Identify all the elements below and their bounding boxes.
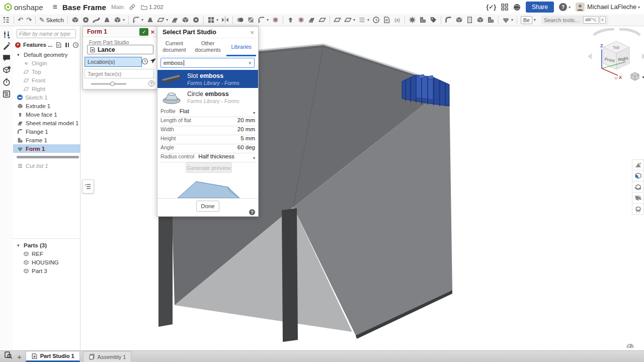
feature-origin[interactable]: Origin <box>13 59 80 67</box>
user-menu[interactable]: Michael LaFleche ▾ <box>576 3 640 12</box>
pattern-curve-button[interactable]: ▾ <box>357 15 371 25</box>
sketch-button[interactable]: ✎Sketch <box>38 15 65 25</box>
feature-right[interactable]: Right <box>13 84 80 93</box>
rib-button[interactable] <box>170 15 180 25</box>
feature-sheet-metal-model-1[interactable]: Sheet metal model 1 <box>13 119 80 127</box>
extrude-button[interactable] <box>70 15 80 25</box>
onshape-logo-icon[interactable]: onshape <box>4 3 43 12</box>
rotate-down-arrow[interactable] <box>614 77 619 80</box>
thicken-button[interactable]: ▾ <box>112 15 126 25</box>
feature-extrude-1[interactable]: Extrude 1 <box>13 102 80 110</box>
section-view-icon[interactable] <box>632 193 644 204</box>
tag-button[interactable] <box>428 15 439 25</box>
draft-button[interactable]: ▾ <box>155 15 170 25</box>
help-icon[interactable]: ? <box>148 80 154 86</box>
fill-surface-button[interactable]: ▾ <box>343 15 357 25</box>
form-dialog-header[interactable]: Form 1 ✓ × <box>83 27 157 37</box>
community-icon[interactable] <box>513 4 521 11</box>
history-button[interactable] <box>371 15 381 25</box>
split-button[interactable] <box>246 15 256 25</box>
view-options-button[interactable] <box>631 72 644 80</box>
fillet-button[interactable]: ▾ <box>131 15 145 25</box>
sm-flange-button[interactable] <box>443 15 454 25</box>
cancel-button[interactable]: × <box>150 28 154 36</box>
mirror-button[interactable] <box>220 15 230 25</box>
undo-button[interactable]: ↶ <box>16 15 25 25</box>
suppress-icon[interactable] <box>65 43 69 47</box>
timer-icon[interactable] <box>72 42 79 48</box>
tables-panel-handle[interactable] <box>82 179 94 194</box>
tab-libraries[interactable]: Libraries <box>224 38 258 56</box>
loft-button[interactable] <box>102 15 112 25</box>
param-angle[interactable]: Angle60 deg <box>160 144 255 153</box>
tab-part-studio-1[interactable]: Part Studio 1 <box>26 351 80 362</box>
generate-preview-button[interactable]: Generate preview <box>186 162 232 173</box>
shell-button[interactable] <box>180 15 191 25</box>
revolve-button[interactable] <box>80 15 91 25</box>
insert-feature-icon[interactable] <box>55 42 62 48</box>
locations-field[interactable]: Location(s) <box>85 57 142 67</box>
custom-tables-icon[interactable] <box>2 89 11 99</box>
feature-default-geometry[interactable]: ▾Default geometry <box>13 50 80 59</box>
variable-studio-button[interactable] <box>392 15 403 25</box>
appearance-icon[interactable] <box>632 159 644 170</box>
mate-connector-icon[interactable] <box>141 58 148 66</box>
face-blend-button[interactable]: ▾ <box>256 15 270 25</box>
rotate-view-icon[interactable] <box>632 182 644 193</box>
tab-current[interactable]: Currentdocument <box>157 38 191 56</box>
close-icon[interactable]: × <box>250 29 254 36</box>
part-ref[interactable]: REF <box>13 249 80 258</box>
feature-top[interactable]: Top <box>13 67 80 76</box>
help-menu[interactable]: ? ▾ <box>559 3 571 11</box>
feature-list-toggle-button[interactable] <box>1 15 12 25</box>
features-menu-icon[interactable]: ▾ <box>15 42 21 48</box>
share-button[interactable]: Share <box>526 2 554 13</box>
document-menu-icon[interactable]: ≡ <box>53 3 57 12</box>
target-faces-field[interactable]: Target face(s) <box>85 69 154 78</box>
note-button[interactable] <box>381 15 392 25</box>
parts-header[interactable]: ▾ Parts (3) <box>13 241 80 249</box>
add-tab-button[interactable]: + <box>17 352 22 361</box>
clear-search-icon[interactable]: × <box>249 60 252 66</box>
feature-frame-1[interactable]: Frame 1 <box>13 136 80 144</box>
performance-panel-icon[interactable] <box>2 77 11 86</box>
filter-input[interactable] <box>17 29 76 38</box>
feature-rollback-bar[interactable] <box>17 156 79 158</box>
done-button[interactable]: Done <box>196 201 219 212</box>
derived-button[interactable] <box>407 15 418 25</box>
configurations-icon[interactable] <box>2 30 11 39</box>
param-width[interactable]: Width20 mm <box>160 126 255 135</box>
chamfer-button[interactable] <box>145 15 155 25</box>
form-slider[interactable] <box>91 81 126 86</box>
enclose-button[interactable] <box>332 15 343 25</box>
feature-flange-1[interactable]: Flange 1 <box>13 127 80 136</box>
chevron-down-icon[interactable]: ▾ <box>253 156 255 160</box>
selection-arrow-icon[interactable] <box>150 57 157 66</box>
param-profile[interactable]: ProfileFlat▾ <box>160 108 255 117</box>
hole-button[interactable] <box>191 15 201 25</box>
part-part-3[interactable]: Part 3 <box>13 266 80 275</box>
rotate-ccw-arrow[interactable] <box>594 29 614 35</box>
slider-thumb[interactable] <box>110 81 115 86</box>
feature-move-face-1[interactable]: Move face 1 <box>13 110 80 119</box>
help-icon[interactable]: ? <box>249 209 255 215</box>
named-views-icon[interactable] <box>632 170 644 182</box>
comments-icon[interactable] <box>2 53 11 62</box>
hide-measure-icon[interactable]: (x) <box>632 204 644 215</box>
forming-tool-button[interactable]: ▾ <box>501 15 515 25</box>
chevron-down-icon[interactable]: ▾ <box>253 111 255 115</box>
linear-pattern-button[interactable]: ▾ <box>206 15 220 25</box>
result-circle-emboss[interactable]: Circle embossForms Library - Forms <box>157 88 258 106</box>
feature-form-1[interactable]: Form 1 <box>13 144 80 153</box>
learning-center-icon[interactable]: ? <box>2 65 11 74</box>
tab-other[interactable]: Otherdocuments <box>191 38 225 56</box>
thicken-surface-button[interactable] <box>317 15 328 25</box>
delete-face-button[interactable] <box>270 15 281 25</box>
param-height[interactable]: Height5 mm <box>160 135 255 144</box>
offset-surface-button[interactable] <box>306 15 317 25</box>
frame-tools-button[interactable] <box>418 15 428 25</box>
app-store-icon[interactable] <box>501 4 508 11</box>
featurescript-icon[interactable]: {✓} <box>487 4 496 11</box>
tab-assembly-1[interactable]: Assembly 1 <box>83 351 132 362</box>
performance-gauge-icon[interactable] <box>626 341 634 348</box>
